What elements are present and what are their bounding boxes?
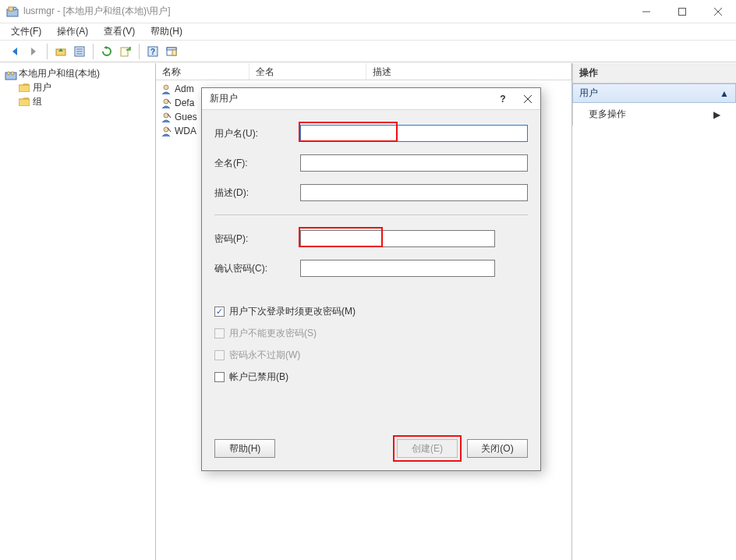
tree-users-label: 用户	[33, 81, 51, 94]
check-account-disabled[interactable]: 帐户已禁用(B)	[214, 368, 528, 385]
svg-point-23	[164, 85, 168, 90]
toolbar-separator	[93, 44, 94, 59]
label-fullname: 全名(F):	[214, 157, 300, 170]
group-root-icon	[5, 69, 16, 78]
label-confirm: 确认密码(C):	[214, 262, 300, 275]
list-header: 名称 全名 描述	[156, 63, 571, 80]
col-fullname[interactable]: 全名	[249, 63, 366, 80]
col-desc[interactable]: 描述	[366, 63, 571, 80]
help-icon[interactable]: ?	[144, 43, 161, 60]
row-username: 用户名(U):	[214, 124, 528, 143]
tree-pane: 本地用户和组(本地) 用户 组	[0, 63, 156, 560]
refresh-icon[interactable]	[98, 43, 115, 60]
app-icon	[6, 5, 19, 18]
svg-text:?: ?	[150, 48, 155, 56]
help-button-label: 帮助(H)	[229, 443, 261, 454]
svg-point-19	[7, 72, 10, 75]
tree-root[interactable]: 本地用户和组(本地)	[0, 66, 155, 80]
tree-groups[interactable]: 组	[0, 94, 155, 108]
action-pane: 操作 用户 ▲ 更多操作 ▶	[572, 63, 736, 560]
view-pane-icon[interactable]	[163, 43, 180, 60]
input-fullname[interactable]	[300, 154, 528, 172]
check-must-change[interactable]: 用户下次登录时须更改密码(M)	[214, 303, 528, 320]
close-button[interactable]	[700, 0, 736, 23]
help-button[interactable]: 帮助(H)	[214, 439, 275, 458]
svg-point-25	[164, 113, 168, 118]
input-desc[interactable]	[300, 184, 528, 201]
row-password: 密码(P):	[214, 229, 528, 248]
dialog-help-button[interactable]: ?	[490, 88, 515, 110]
row-confirm: 确认密码(C):	[214, 259, 528, 278]
list-cell-name: Adm	[175, 83, 194, 94]
label-password: 密码(P):	[214, 232, 300, 246]
forward-icon[interactable]	[25, 43, 42, 60]
svg-rect-1	[9, 7, 13, 11]
check-cannot-change: 用户不能更改密码(S)	[214, 324, 528, 342]
back-icon[interactable]	[6, 43, 23, 60]
dialog-title: 新用户	[210, 92, 238, 105]
input-username[interactable]	[300, 125, 528, 142]
col-name[interactable]: 名称	[156, 63, 249, 80]
user-icon	[161, 112, 172, 122]
label-username: 用户名(U):	[214, 127, 300, 140]
check-label: 帐户已禁用(B)	[229, 370, 288, 384]
svg-rect-21	[19, 85, 30, 92]
action-more[interactable]: 更多操作 ▶	[572, 103, 736, 126]
action-more-label: 更多操作	[589, 108, 626, 121]
row-fullname: 全名(F):	[214, 154, 528, 172]
check-label: 用户不能更改密码(S)	[229, 327, 317, 340]
user-icon	[161, 97, 172, 108]
chevron-right-icon: ▶	[713, 109, 720, 120]
menu-action[interactable]: 操作(A)	[54, 23, 91, 40]
minimize-button[interactable]	[628, 0, 664, 23]
toolbar-separator	[47, 44, 48, 59]
list-cell-name: Defa	[175, 97, 194, 108]
dialog-body: 用户名(U): 全名(F): 描述(D): 密码(P):	[202, 110, 540, 470]
dialog-close-button[interactable]	[515, 88, 540, 110]
dialog-separator	[214, 214, 528, 215]
input-password[interactable]	[300, 230, 495, 247]
up-folder-icon[interactable]	[52, 43, 69, 60]
check-label: 用户下次登录时须更改密码(M)	[229, 305, 356, 318]
toolbar-separator	[139, 44, 140, 59]
input-confirm[interactable]	[300, 260, 495, 277]
dialog-buttons: 帮助(H) 创建(E) 关闭(O)	[214, 439, 528, 458]
collapse-icon: ▲	[720, 88, 729, 99]
checkbox-icon	[214, 350, 225, 360]
menu-file[interactable]: 文件(F)	[8, 23, 44, 40]
close-button-label: 关闭(O)	[481, 443, 513, 454]
dialog-titlebar: 新用户 ?	[202, 88, 540, 110]
svg-point-26	[164, 127, 168, 132]
menu-help[interactable]: 帮助(H)	[147, 23, 186, 40]
action-section-users[interactable]: 用户 ▲	[572, 83, 736, 103]
folder-icon	[19, 83, 30, 92]
menubar: 文件(F) 操作(A) 查看(V) 帮助(H)	[0, 23, 736, 41]
user-icon	[161, 126, 172, 136]
menu-view[interactable]: 查看(V)	[101, 23, 138, 40]
properties-icon[interactable]	[71, 43, 88, 60]
tree-groups-label: 组	[33, 95, 42, 108]
window-controls	[628, 0, 736, 23]
toolbar: ?	[0, 41, 736, 62]
tree-users[interactable]: 用户	[0, 80, 155, 94]
svg-rect-17	[172, 50, 176, 55]
action-section-label: 用户	[579, 87, 598, 100]
row-desc: 描述(D):	[214, 183, 528, 202]
checkbox-icon	[214, 372, 225, 382]
svg-point-20	[11, 72, 14, 75]
window-titlebar: lusrmgr - [本地用户和组(本地)\用户]	[0, 0, 736, 23]
svg-point-2	[13, 7, 16, 10]
maximize-button[interactable]	[664, 0, 700, 23]
checkbox-icon	[214, 328, 225, 338]
svg-rect-4	[679, 8, 686, 15]
close-dialog-button[interactable]: 关闭(O)	[467, 439, 528, 458]
export-icon[interactable]	[117, 43, 134, 60]
create-button[interactable]: 创建(E)	[397, 439, 458, 458]
tree-root-label: 本地用户和组(本地)	[19, 67, 100, 80]
list-cell-name: Gues	[175, 112, 197, 122]
svg-point-24	[164, 99, 168, 104]
check-never-expire: 密码永不过期(W)	[214, 346, 528, 363]
new-user-dialog: 新用户 ? 用户名(U): 全名(F): 描述(D):	[201, 87, 541, 471]
list-cell-name: WDA	[175, 126, 196, 136]
action-header: 操作	[572, 63, 736, 83]
